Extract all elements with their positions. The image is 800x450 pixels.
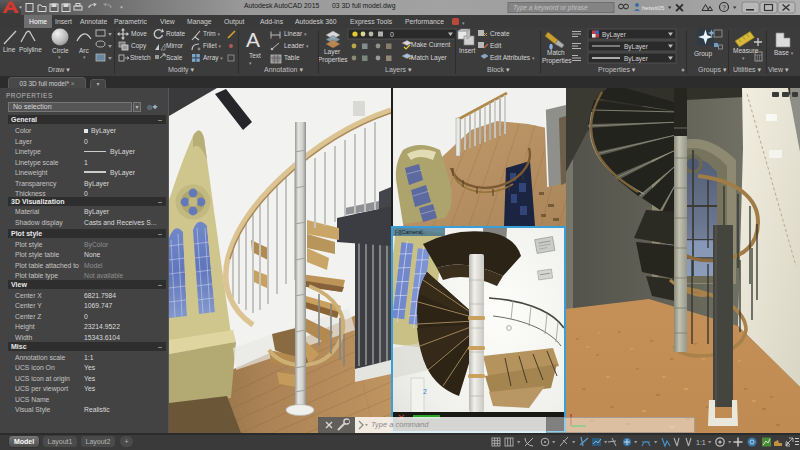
- svg-text:[-][Camera]..: [-][Camera]..: [395, 229, 426, 235]
- svg-text:A: A: [246, 28, 260, 51]
- svg-text:0: 0: [390, 31, 394, 38]
- svg-text:?: ?: [722, 4, 726, 11]
- svg-text:Type a keyword or phrase: Type a keyword or phrase: [513, 4, 588, 12]
- svg-text:2: 2: [423, 388, 427, 395]
- svg-text:1:1: 1:1: [696, 439, 706, 446]
- svg-text:hetwit05: hetwit05: [642, 5, 665, 11]
